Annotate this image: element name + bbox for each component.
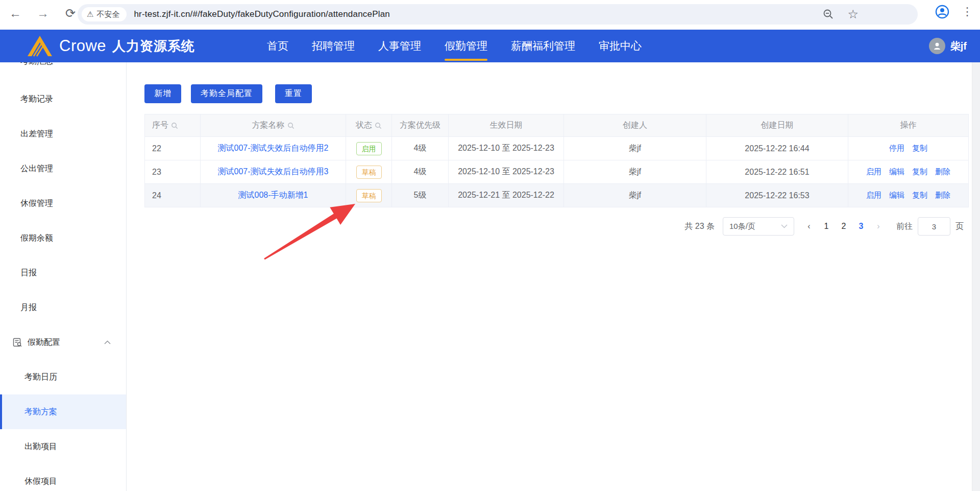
crowe-logo-icon (27, 35, 53, 57)
zoom-out-icon[interactable] (823, 9, 834, 20)
sidebar-item[interactable]: 出差管理 (0, 116, 126, 151)
browser-toolbar: ← → ⟳ ⚠ 不安全 hr-test.zjf-it.cn/#/fakeDuty… (0, 0, 980, 30)
cell-name: 测试008-手动新增1 (201, 184, 346, 207)
reset-button[interactable]: 重置 (275, 84, 312, 103)
row-action-edit[interactable]: 编辑 (889, 191, 904, 200)
cell-status: 草稿 (346, 184, 392, 207)
site-security-chip[interactable]: ⚠ 不安全 (82, 7, 127, 21)
sidebar-item[interactable]: 假期余额 (0, 221, 126, 255)
cell-actions: 停用复制 (848, 137, 969, 160)
table-header-row: 序号 方案名称 (144, 114, 969, 137)
nav-item[interactable]: 首页 (267, 30, 288, 62)
prev-page-icon[interactable]: ‹ (800, 222, 818, 231)
cell-priority: 4级 (392, 160, 449, 183)
pagination: 共 23 条 10条/页 ‹ 123 › 前往 页 (127, 217, 969, 236)
nav-item[interactable]: 审批中心 (599, 30, 642, 62)
profile-icon[interactable] (935, 5, 949, 19)
search-icon[interactable] (171, 122, 178, 129)
page-title: 人力资源系统 (112, 37, 195, 55)
cell-priority: 4级 (392, 137, 449, 160)
toolbar: 新增 考勤全局配置 重置 (144, 84, 312, 103)
row-action-enable[interactable]: 启用 (866, 167, 881, 177)
chevron-down-icon (781, 224, 788, 228)
sidebar-subitem[interactable]: 休假项目 (0, 464, 126, 491)
row-action-edit[interactable]: 编辑 (889, 167, 904, 177)
table-header-cell[interactable]: 状态 (346, 114, 392, 136)
page-number[interactable]: 2 (835, 222, 852, 231)
app-header: Crowe 人力资源系统 首页 招聘管理 人事管理 假勤管理 薪酬福利管理 审批… (0, 30, 980, 62)
cell-priority: 5级 (392, 184, 449, 207)
status-badge: 草稿 (356, 189, 382, 202)
cell-created-date: 2025-12-22 16:53 (706, 184, 848, 207)
sidebar-subitem[interactable]: 出勤项目 (0, 429, 126, 464)
table-header-cell[interactable]: 操作 (848, 114, 969, 136)
sidebar-item[interactable]: 月报 (0, 290, 126, 325)
plan-name-link[interactable]: 测试007-测试失效后自动停用2 (218, 143, 329, 154)
sidebar-item[interactable]: 公出管理 (0, 151, 126, 186)
cell-name: 测试007-测试失效后自动停用2 (201, 137, 346, 160)
table-row: 24 测试008-手动新增1 草稿 5级 2025-12-21 至 2025-1… (144, 184, 969, 207)
browser-back-icon[interactable]: ← (6, 4, 24, 22)
nav-item[interactable]: 假勤管理 (445, 30, 487, 62)
cell-effective-date: 2025-12-10 至 2025-12-23 (449, 137, 564, 160)
cell-creator: 柴jf (564, 160, 706, 183)
next-page-icon[interactable]: › (870, 222, 887, 231)
row-action-disable[interactable]: 停用 (889, 144, 904, 153)
cell-name: 测试007-测试失效后自动停用3 (201, 160, 346, 183)
sidebar-subitem[interactable]: 考勤方案 (0, 394, 126, 429)
sidebar-item[interactable]: 休假管理 (0, 186, 126, 221)
cell-status: 启用 (346, 137, 392, 160)
cell-effective-date: 2025-12-21 至 2025-12-22 (449, 184, 564, 207)
scrollbar[interactable] (972, 62, 980, 491)
address-bar[interactable]: ⚠ 不安全 hr-test.zjf-it.cn/#/fakeDuty/fakeD… (78, 4, 918, 25)
row-action-delete[interactable]: 删除 (935, 191, 950, 200)
goto-suffix: 页 (955, 221, 964, 232)
user-name: 柴jf (950, 39, 967, 53)
sidebar-subitem[interactable]: 考勤日历 (0, 360, 126, 394)
table-header-cell[interactable]: 方案优先级 (392, 114, 449, 136)
goto-page-input[interactable] (918, 217, 950, 236)
sidebar-item[interactable]: 考勤记录 (0, 82, 126, 116)
plan-name-link[interactable]: 测试008-手动新增1 (238, 190, 308, 201)
nav-item[interactable]: 薪酬福利管理 (511, 30, 575, 62)
cell-created-date: 2025-12-22 16:44 (706, 137, 848, 160)
search-icon[interactable] (287, 122, 295, 129)
browser-reload-icon[interactable]: ⟳ (61, 4, 80, 22)
table-row: 23 测试007-测试失效后自动停用3 草稿 4级 2025-12-10 至 2… (144, 160, 969, 184)
row-action-copy[interactable]: 复制 (912, 167, 927, 177)
row-action-enable[interactable]: 启用 (866, 191, 881, 200)
sidebar-item[interactable]: 日报 (0, 255, 126, 290)
row-action-copy[interactable]: 复制 (912, 191, 927, 200)
table-header-cell[interactable]: 创建人 (564, 114, 706, 136)
sidebar: 考勤汇总 考勤记录 出差管理 公出管理 休假管理 假期余额 日报 月报 (0, 62, 127, 491)
nav-item[interactable]: 招聘管理 (312, 30, 355, 62)
bookmark-star-icon[interactable]: ☆ (847, 7, 859, 21)
cell-effective-date: 2025-12-10 至 2025-12-23 (449, 160, 564, 183)
page-size-select[interactable]: 10条/页 (723, 217, 794, 236)
table-header-cell[interactable]: 方案名称 (201, 114, 346, 136)
document-search-icon (13, 338, 22, 347)
attendance-plan-table: 序号 方案名称 (144, 114, 969, 207)
plan-name-link[interactable]: 测试007-测试失效后自动停用3 (218, 167, 329, 177)
browser-forward-icon[interactable]: → (34, 4, 52, 22)
cell-seq: 24 (144, 184, 201, 207)
table-header-cell[interactable]: 创建日期 (706, 114, 848, 136)
sidebar-item-clipped[interactable]: 考勤汇总 (0, 62, 126, 70)
row-action-copy[interactable]: 复制 (912, 144, 927, 153)
table-header-cell[interactable]: 生效日期 (449, 114, 564, 136)
search-icon[interactable] (375, 122, 382, 129)
status-badge: 草稿 (356, 166, 382, 179)
page-number[interactable]: 3 (852, 222, 870, 231)
table-header-cell[interactable]: 序号 (144, 114, 201, 136)
avatar (929, 38, 945, 54)
page-number[interactable]: 1 (818, 222, 835, 231)
add-button[interactable]: 新增 (144, 84, 181, 103)
browser-menu-icon[interactable]: ⋮ (962, 6, 973, 17)
global-config-button[interactable]: 考勤全局配置 (191, 84, 262, 103)
sidebar-group-attendance-config[interactable]: 假勤配置 (0, 325, 126, 360)
nav-item[interactable]: 人事管理 (378, 30, 421, 62)
status-badge: 启用 (356, 142, 382, 155)
goto-label: 前往 (896, 221, 913, 232)
row-action-delete[interactable]: 删除 (935, 167, 950, 177)
user-menu[interactable]: 柴jf (929, 30, 967, 62)
